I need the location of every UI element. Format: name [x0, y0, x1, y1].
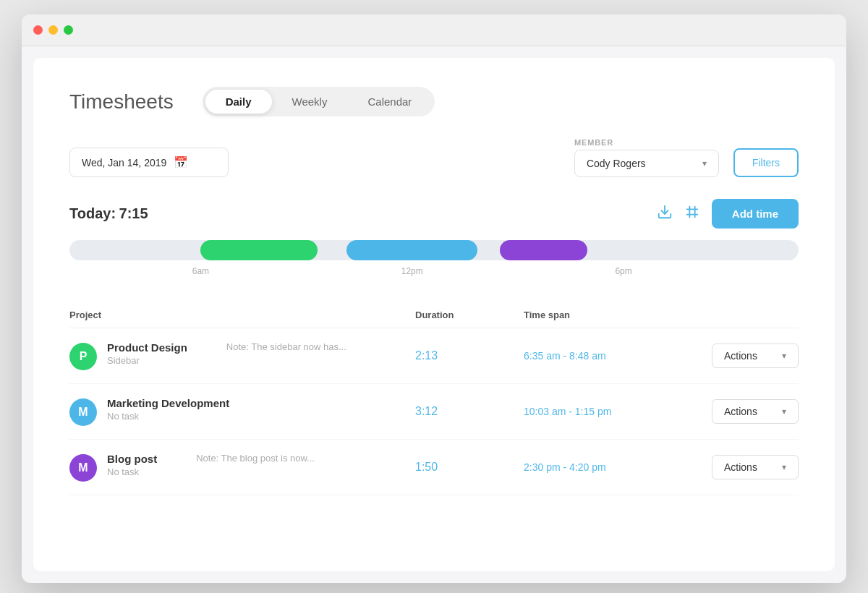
tab-group: Daily Weekly Calendar [203, 87, 435, 116]
maximize-button[interactable] [64, 25, 73, 35]
timeline-segment-purple [500, 240, 587, 260]
main-content: Timesheets Daily Weekly Calendar Wed, Ja… [33, 58, 835, 571]
project-name-2: Marketing Development [107, 397, 229, 409]
project-cell-3: M Blog post No task Note: The blog post … [69, 453, 415, 482]
minimize-button[interactable] [48, 25, 58, 35]
time-label-12pm: 12pm [401, 266, 423, 276]
timeline-segment-green [200, 240, 317, 260]
tab-daily[interactable]: Daily [205, 90, 272, 114]
controls-row: Wed, Jan 14, 2019 📅 MEMBER Cody Rogers ▾… [69, 138, 799, 177]
project-cell-1: P Product Design Sidebar Note: The sideb… [69, 341, 415, 370]
project-sub-1: Sidebar [107, 355, 187, 366]
project-sub-3: No task [107, 466, 157, 477]
close-button[interactable] [33, 25, 43, 35]
time-label-6pm: 6pm [615, 266, 631, 276]
app-window: Timesheets Daily Weekly Calendar Wed, Ja… [22, 14, 846, 583]
grid-icon[interactable] [684, 204, 700, 223]
today-row: Today: 7:15 Add time [69, 199, 799, 229]
timeline-segment-blue [346, 240, 477, 260]
actions-chevron-icon-2: ▾ [782, 406, 786, 417]
actions-cell-1: Actions ▾ [668, 344, 799, 368]
timeline-bar [69, 240, 799, 260]
today-label: Today: [69, 205, 116, 221]
duration-3: 1:50 [415, 461, 524, 474]
actions-button-3[interactable]: Actions ▾ [712, 455, 799, 479]
duration-1: 2:13 [415, 349, 524, 362]
filters-button[interactable]: Filters [733, 148, 799, 177]
col-project: Project [69, 310, 415, 320]
tab-calendar[interactable]: Calendar [347, 90, 432, 114]
page-title: Timesheets [69, 90, 174, 114]
timespan-3: 2:30 pm - 4:20 pm [524, 461, 668, 473]
avatar-3: M [69, 454, 97, 482]
timespan-2: 10:03 am - 1:15 pm [524, 406, 668, 417]
actions-button-1[interactable]: Actions ▾ [712, 344, 799, 368]
actions-cell-2: Actions ▾ [668, 399, 799, 424]
project-name-3: Blog post [107, 453, 157, 465]
table-row: P Product Design Sidebar Note: The sideb… [69, 328, 799, 384]
header-row: Timesheets Daily Weekly Calendar [69, 87, 799, 116]
table-row: M Marketing Development No task 3:12 10:… [69, 384, 799, 440]
table-row: M Blog post No task Note: The blog post … [69, 440, 799, 495]
calendar-icon: 📅 [174, 155, 188, 169]
avatar-1: P [69, 343, 97, 370]
today-summary: Today: 7:15 [69, 205, 148, 222]
actions-cell-3: Actions ▾ [668, 455, 799, 479]
actions-chevron-icon-1: ▾ [782, 351, 786, 361]
note-3: Note: The blog post is now... [196, 453, 315, 464]
col-duration: Duration [415, 310, 524, 320]
actions-button-2[interactable]: Actions ▾ [712, 399, 799, 424]
col-timespan: Time span [524, 310, 668, 320]
project-name-1: Product Design [107, 341, 187, 354]
table-header: Project Duration Time span [69, 302, 799, 328]
timespan-1: 6:35 am - 8:48 am [524, 350, 668, 362]
avatar-2: M [69, 398, 97, 426]
date-picker[interactable]: Wed, Jan 14, 2019 📅 [69, 148, 229, 177]
titlebar [22, 14, 846, 46]
timeline-labels: 6am 12pm 6pm [69, 266, 799, 281]
traffic-lights [33, 25, 73, 35]
project-info-2: Marketing Development No task [107, 397, 229, 422]
time-label-6am: 6am [192, 266, 209, 276]
project-info-3: Blog post No task [107, 453, 157, 477]
project-info-1: Product Design Sidebar [107, 341, 187, 366]
download-icon[interactable] [657, 204, 673, 223]
member-value: Cody Rogers [587, 158, 646, 169]
date-value: Wed, Jan 14, 2019 [82, 157, 166, 168]
project-sub-2: No task [107, 411, 229, 422]
toolbar-icons: Add time [657, 199, 799, 229]
member-select[interactable]: Cody Rogers ▾ [574, 150, 719, 177]
member-chevron-icon: ▾ [702, 158, 707, 168]
actions-chevron-icon-3: ▾ [782, 462, 786, 472]
note-1: Note: The sidebar now has... [226, 341, 346, 352]
timesheet-table: Project Duration Time span P Product Des… [69, 302, 799, 495]
duration-2: 3:12 [415, 405, 524, 418]
add-time-button[interactable]: Add time [712, 199, 799, 229]
tab-weekly[interactable]: Weekly [272, 90, 348, 114]
today-time: 7:15 [119, 205, 148, 221]
timeline-container: 6am 12pm 6pm [69, 240, 799, 281]
col-actions [668, 310, 799, 320]
member-section: MEMBER Cody Rogers ▾ [574, 138, 719, 177]
member-label: MEMBER [574, 138, 719, 147]
project-cell-2: M Marketing Development No task [69, 397, 415, 426]
